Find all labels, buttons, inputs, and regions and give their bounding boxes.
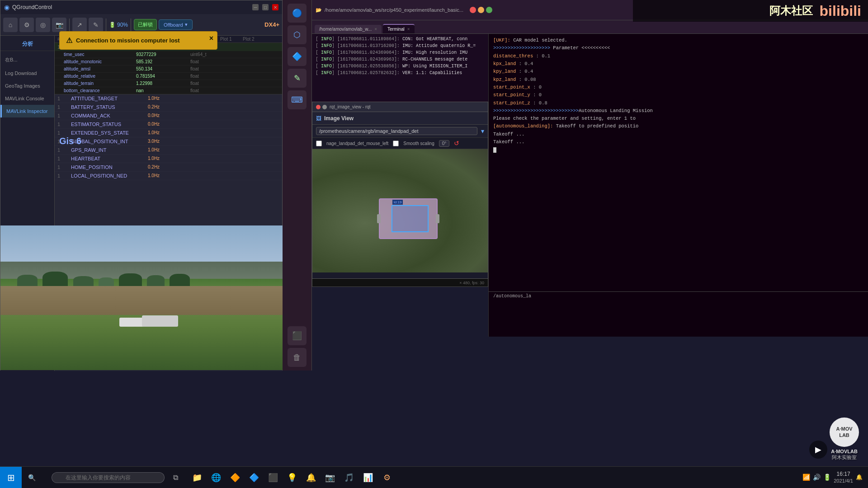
term-line-1: [ INFO] [1617006811.011189864]: CON: Got… bbox=[316, 36, 485, 42]
refresh-icon[interactable]: ↺ bbox=[454, 140, 459, 147]
windows-taskbar: ⊞ 🔍 ⧉ 📁 🌐 🔶 🔷 ⬛ 💡 🔔 📷 🎵 📊 ⚙ 📶 🔊 🔋 16:17 … bbox=[0, 466, 868, 488]
terminal-tab-2[interactable]: Terminal × bbox=[383, 24, 415, 33]
taskbar-icon-file-explorer[interactable]: 📁 bbox=[188, 469, 206, 487]
offboard-button[interactable]: Offboard ▾ bbox=[159, 19, 193, 30]
qgc-window: ◉ QGroundControl ─ □ ✕ ⌂ ⚙ ◎ 📷 ↗ ✎ 🔋 90%… bbox=[0, 0, 283, 371]
home-icon[interactable]: ⌂ bbox=[3, 18, 18, 32]
taskbar-icon-app-1[interactable]: 🔶 bbox=[226, 469, 244, 487]
rotate-button[interactable]: 0° bbox=[439, 140, 450, 147]
image-view-statusbar: × 480, fps: 30 bbox=[312, 279, 488, 287]
hb-num: 1 bbox=[57, 156, 71, 161]
field-value-altterrain: 1.22998 bbox=[136, 81, 190, 86]
local-pos-row[interactable]: 1 LOCAL_POSITION_NED 1.0Hz bbox=[55, 172, 282, 180]
settings-icon[interactable]: ⚙ bbox=[19, 18, 34, 32]
image-view-titlebar: 🖼 Image View bbox=[312, 112, 488, 125]
topic-dropdown-icon[interactable]: ▾ bbox=[481, 127, 484, 135]
ros-line-spx: start_point_x : 0 bbox=[493, 84, 863, 91]
heartbeat-row[interactable]: 1 HEARTBEAT 1.0Hz bbox=[55, 155, 282, 163]
ros-sidebar: 🔵 ⬡ 🔷 ✎ ⌨ ⬛ 🗑 bbox=[283, 0, 312, 371]
sidebar-item-mavlink-console[interactable]: MAVLink Console bbox=[0, 92, 54, 105]
attitude-row[interactable]: 1 ATTITUDE 9.1Hz time_usec 93277229 uint… bbox=[55, 43, 282, 94]
amovlab-org-text: A·MOVLAB bbox=[831, 449, 858, 454]
batt-freq: 0.2Hz bbox=[148, 104, 184, 110]
estimator-status-row[interactable]: 1 ESTIMATOR_STATUS 0.0Hz bbox=[55, 120, 282, 129]
field-type-altmono: float bbox=[190, 59, 226, 64]
command-ack-row[interactable]: 1 COMMAND_ACK 0.0Hz bbox=[55, 112, 282, 120]
branding-bar: 阿木社区 bilibili bbox=[633, 0, 868, 22]
taskbar-icon-app-9[interactable]: ⚙ bbox=[378, 469, 396, 487]
gps-num: 1 bbox=[57, 147, 71, 153]
plan-icon[interactable]: ✎ bbox=[89, 18, 103, 32]
nav-icon[interactable]: ↗ bbox=[72, 18, 87, 32]
terminal-tab-1-close[interactable]: × bbox=[374, 27, 377, 32]
taskbar-icon-app-6[interactable]: 📷 bbox=[321, 469, 339, 487]
sidebar-item-in-progress[interactable]: 在B... bbox=[0, 53, 54, 67]
taskbar-icon-app-8[interactable]: 📊 bbox=[359, 469, 377, 487]
est-freq: 0.0Hz bbox=[148, 122, 184, 127]
maximize-button[interactable]: □ bbox=[262, 4, 269, 10]
terminal-tab-controls bbox=[470, 7, 492, 13]
start-button[interactable]: ⊞ bbox=[0, 467, 22, 488]
corner-right bbox=[436, 214, 439, 223]
sidebar-item-geotag[interactable]: GeoTag Images bbox=[0, 80, 54, 92]
map-icon[interactable]: ◎ bbox=[36, 18, 50, 32]
ros-icon-7[interactable]: 🗑 bbox=[288, 348, 307, 367]
ros-icon-4[interactable]: ✎ bbox=[288, 69, 307, 88]
home-position-row[interactable]: 1 HOME_POSITION 0.2Hz bbox=[55, 163, 282, 172]
tab-minimize-button[interactable] bbox=[478, 7, 484, 13]
taskbar-icon-app-4[interactable]: 💡 bbox=[283, 469, 301, 487]
ros-icon-6[interactable]: ⬛ bbox=[288, 326, 307, 345]
ros-icon-3[interactable]: 🔷 bbox=[288, 47, 307, 66]
mouse-left-checkbox[interactable] bbox=[316, 141, 322, 146]
field-alt-mono: altitude_monotonic 585.192 float bbox=[55, 58, 282, 66]
field-alt-amsl: altitude_amsl 550.134 float bbox=[55, 66, 282, 73]
att-tgt-freq: 1.0Hz bbox=[148, 96, 184, 101]
ros-icon-1[interactable]: 🔵 bbox=[288, 4, 307, 23]
topic-input[interactable] bbox=[316, 127, 477, 135]
bili-brand-text: bilibili bbox=[820, 3, 861, 19]
taskbar-icon-app-7[interactable]: 🎵 bbox=[340, 469, 358, 487]
attitude-target-row[interactable]: 1 ATTITUDE_TARGET 1.0Hz bbox=[55, 94, 282, 103]
detection-label: Id:19 bbox=[392, 200, 403, 205]
terminal-tab-1[interactable]: /home/amov/amovlab_w... × bbox=[315, 25, 382, 33]
ros-line-dist: distance_thres : 0.1 bbox=[493, 52, 863, 60]
task-view-button[interactable]: ⧉ bbox=[166, 469, 184, 487]
play-button[interactable]: ▶ bbox=[809, 441, 827, 459]
camera-image bbox=[0, 225, 283, 370]
ros-line-spz: start_point_z : 0.8 bbox=[493, 99, 863, 107]
global-pos-row[interactable]: 1 GLOBAL_POSITION_INT 3.0Hz bbox=[55, 137, 282, 146]
rqt-min-btn[interactable] bbox=[322, 105, 327, 109]
taskbar-icon-app-2[interactable]: 🔷 bbox=[245, 469, 263, 487]
field-value-altrel: 0.781594 bbox=[136, 74, 190, 79]
col-header-plot2: Plot 2 bbox=[243, 37, 256, 42]
gps-raw-row[interactable]: 1 GPS_RAW_INT 1.0Hz bbox=[55, 146, 282, 155]
taskbar-icon-app-3[interactable]: ⬛ bbox=[264, 469, 282, 487]
field-type-time: uint64_t bbox=[190, 52, 226, 57]
battery-status-row[interactable]: 1 BATTERY_STATUS 0.2Hz bbox=[55, 103, 282, 112]
sidebar-item-log-download[interactable]: Log Download bbox=[0, 67, 54, 80]
term-line-2: [ INFO] [1617006811.013716200]: IMU: Att… bbox=[316, 42, 485, 49]
flight-mode-button[interactable]: 已解锁 bbox=[134, 19, 157, 30]
alert-close-button[interactable]: × bbox=[209, 34, 213, 42]
tab-close-button[interactable] bbox=[470, 7, 476, 13]
close-button[interactable]: ✕ bbox=[272, 4, 278, 10]
terminal-tab-2-close[interactable]: × bbox=[407, 27, 410, 32]
rqt-close-btn[interactable] bbox=[316, 105, 321, 109]
extended-sys-row[interactable]: 1 EXTENDED_SYS_STATE 1.0Hz bbox=[55, 129, 282, 137]
search-container: 🔍 bbox=[24, 472, 165, 483]
smooth-scaling-checkbox[interactable] bbox=[393, 141, 399, 146]
taskbar-icon-app-5[interactable]: 🔔 bbox=[302, 469, 320, 487]
ros-icon-2[interactable]: ⬡ bbox=[288, 25, 307, 44]
taskbar-icon-browser-edge[interactable]: 🌐 bbox=[207, 469, 225, 487]
taskbar-search-input[interactable] bbox=[52, 472, 165, 483]
image-status: × 480, fps: 30 bbox=[459, 281, 484, 285]
sidebar-label-mavlink-console: MAVLink Console bbox=[5, 96, 44, 101]
ros-output-lines: [UKF]: CAR model selected. >>>>>>>>>>>>>… bbox=[489, 34, 868, 157]
sidebar-label-mavlink-inspector: MAVLink Inspector bbox=[6, 108, 48, 114]
tab-maximize-button[interactable] bbox=[486, 7, 492, 13]
ros-icon-5[interactable]: ⌨ bbox=[288, 90, 307, 109]
notification-bell-icon: 🔔 bbox=[856, 474, 863, 480]
camera-icon[interactable]: 📷 bbox=[52, 18, 66, 32]
sidebar-item-mavlink-inspector[interactable]: MAVLink Inspector bbox=[0, 105, 54, 117]
minimize-button[interactable]: ─ bbox=[252, 4, 259, 10]
